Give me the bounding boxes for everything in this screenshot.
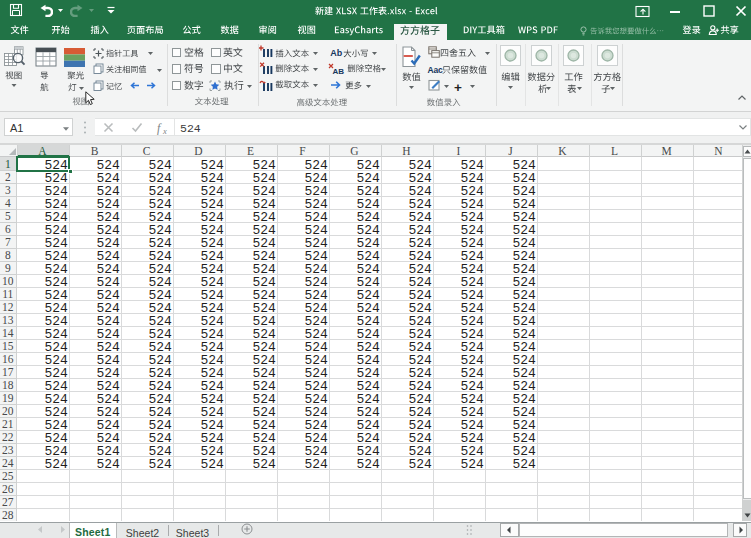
- svg-text:AB: AB: [333, 67, 345, 75]
- svg-text:f: f: [157, 121, 162, 135]
- svg-text:x: x: [162, 125, 167, 135]
